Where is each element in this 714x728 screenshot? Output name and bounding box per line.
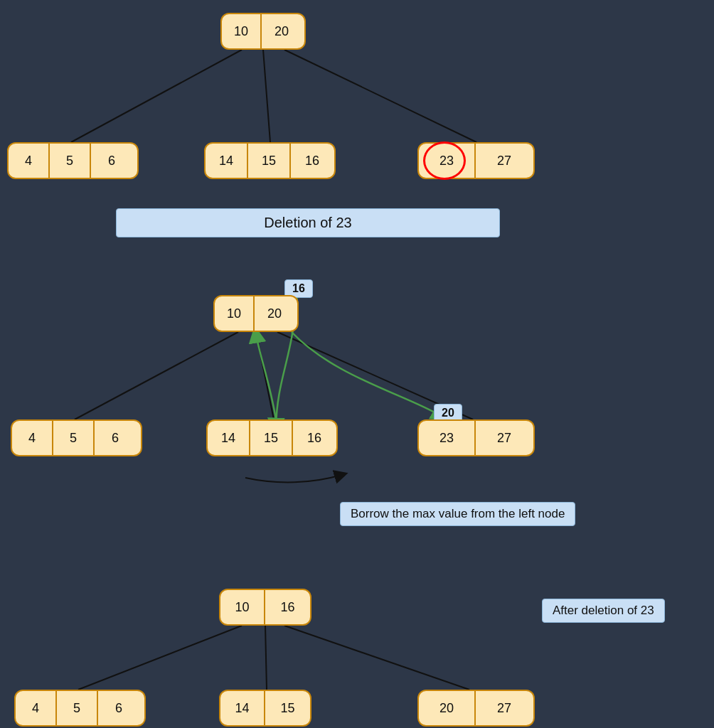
s3-right-cell-20: 20 (419, 690, 476, 727)
svg-line-6 (78, 626, 242, 690)
s2-root-cell-20: 20 (255, 295, 294, 332)
borrow-label: Borrow the max value from the left node (340, 502, 575, 526)
s2-mid-cell-16: 16 (293, 419, 336, 456)
s1-mid-cell-15: 15 (248, 142, 291, 179)
s1-left-cell-4: 4 (9, 142, 50, 179)
s2-mid-node: 14 15 16 (206, 419, 338, 456)
svg-line-3 (75, 332, 238, 419)
s1-left-cell-6: 6 (91, 142, 132, 179)
s2-mid-cell-14: 14 (208, 419, 250, 456)
deletion-label: Deletion of 23 (116, 208, 500, 237)
s1-mid-cell-14: 14 (206, 142, 248, 179)
s1-right-cell-27: 27 (476, 142, 533, 179)
s1-mid-node: 14 15 16 (204, 142, 336, 179)
s2-right-cell-23: 23 (419, 419, 476, 456)
s2-root-node: 10 20 (213, 295, 299, 332)
s1-root-cell-20: 20 (262, 13, 302, 50)
s3-root-cell-10: 10 (220, 589, 265, 626)
s1-mid-cell-16: 16 (291, 142, 334, 179)
s2-right-node: 23 27 (417, 419, 535, 456)
s1-right-node: 23 27 (417, 142, 535, 179)
svg-line-0 (71, 50, 242, 142)
s3-right-node: 20 27 (417, 690, 535, 727)
svg-line-1 (263, 50, 270, 142)
svg-line-2 (284, 50, 476, 142)
s1-root-cell-10: 10 (222, 13, 262, 50)
s2-left-cell-5: 5 (53, 419, 95, 456)
s3-left-cell-6: 6 (98, 690, 139, 727)
s3-right-cell-27: 27 (476, 690, 533, 727)
s1-right-cell-23: 23 (419, 142, 476, 179)
after-deletion-label: After deletion of 23 (542, 599, 665, 623)
s2-root-cell-10: 10 (215, 295, 255, 332)
s1-root-node: 10 20 (220, 13, 306, 50)
s1-left-cell-5: 5 (50, 142, 91, 179)
s3-mid-node: 14 15 (219, 690, 311, 727)
s3-mid-cell-14: 14 (220, 690, 265, 727)
svg-line-4 (256, 332, 274, 419)
svg-line-7 (265, 626, 267, 690)
s3-left-node: 4 5 6 (14, 690, 146, 727)
svg-line-8 (284, 626, 469, 690)
s3-root-cell-16: 16 (265, 589, 310, 626)
s1-left-node: 4 5 6 (7, 142, 139, 179)
s2-left-node: 4 5 6 (11, 419, 142, 456)
s3-mid-cell-15: 15 (265, 690, 310, 727)
s3-left-cell-5: 5 (57, 690, 98, 727)
s2-left-cell-4: 4 (12, 419, 53, 456)
s3-root-node: 10 16 (219, 589, 311, 626)
s2-right-cell-27: 27 (476, 419, 533, 456)
s2-mid-cell-15: 15 (250, 419, 293, 456)
s3-left-cell-4: 4 (16, 690, 57, 727)
s2-left-cell-6: 6 (95, 419, 136, 456)
